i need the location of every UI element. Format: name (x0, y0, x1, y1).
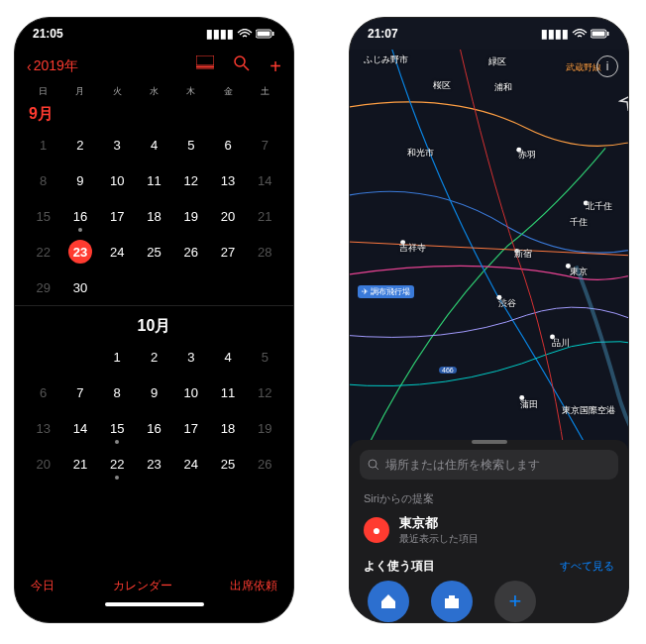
calendar-day[interactable]: 17 (99, 198, 136, 234)
calendar-day[interactable]: 6 (25, 375, 61, 410)
search-input[interactable]: 場所または住所を検索します (360, 450, 618, 480)
calendar-day[interactable]: 5 (247, 339, 283, 375)
today-button[interactable]: 今日 (31, 578, 54, 594)
calendar-day[interactable]: 28 (247, 234, 283, 269)
calendar-day[interactable]: 16 (61, 198, 98, 234)
calendar-day[interactable]: 18 (209, 410, 246, 446)
calendar-day[interactable]: 29 (25, 269, 61, 305)
calendar-day[interactable]: 17 (172, 410, 209, 446)
calendar-day[interactable]: 8 (99, 375, 136, 410)
calendar-day[interactable]: 24 (172, 446, 209, 482)
calendars-button[interactable]: カレンダー (113, 578, 172, 594)
calendar-day[interactable]: 25 (136, 234, 172, 269)
calendar-day[interactable]: 12 (247, 375, 283, 410)
favorite-home[interactable]: 自宅 (368, 581, 409, 623)
add-event-icon[interactable]: + (269, 55, 281, 78)
calendar-day[interactable]: 3 (172, 339, 209, 375)
inbox-button[interactable]: 出席依頼 (230, 578, 277, 594)
bottom-drawer[interactable]: 場所または住所を検索します Siriからの提案 ● 東京都 最近表示した項目 よ… (350, 440, 628, 623)
search-icon[interactable] (234, 55, 250, 78)
map-place-label[interactable]: 東京 (570, 266, 588, 278)
weekday: 火 (99, 85, 136, 98)
calendar-phone: 21:05 ▮▮▮▮ ‹ 2019年 + 日月火水木金土 9月 12345678… (14, 17, 294, 623)
calendar-day[interactable]: 9 (61, 162, 98, 198)
back-button[interactable]: ‹ 2019年 (27, 57, 78, 75)
calendar-day[interactable]: 26 (247, 446, 283, 482)
weekday: 月 (61, 85, 98, 98)
calendar-day[interactable]: 10 (99, 162, 136, 198)
map-place-label[interactable]: 品川 (552, 337, 570, 350)
calendar-day[interactable]: 7 (247, 127, 283, 162)
calendar-day[interactable]: 5 (172, 127, 209, 162)
calendar-day[interactable]: 4 (136, 127, 172, 162)
home-icon (368, 581, 409, 622)
calendar-day[interactable]: 26 (172, 234, 209, 269)
favorite-add[interactable]: +追加 (494, 581, 536, 623)
calendar-day[interactable]: 12 (172, 162, 209, 198)
calendar-day[interactable]: 14 (247, 162, 283, 198)
calendar-day[interactable]: 23 (136, 446, 172, 482)
calendar-day[interactable]: 18 (136, 198, 172, 234)
map-place-label[interactable]: 浦和 (494, 81, 512, 94)
calendar-day[interactable]: 13 (209, 162, 246, 198)
maps-phone: 21:07 ▮▮▮▮ ふじみ野市緑区武蔵野線桜区浦和和光市赤羽北千住千住吉祥寺新… (349, 17, 629, 623)
home-indicator[interactable] (105, 602, 204, 606)
calendar-day[interactable]: 16 (136, 410, 172, 446)
calendar-day[interactable]: 6 (209, 127, 246, 162)
suggestion-row[interactable]: ● 東京都 最近表示した項目 (350, 510, 628, 550)
calendar-day[interactable]: 11 (136, 162, 172, 198)
drawer-handle[interactable] (472, 440, 507, 444)
map-place-label[interactable]: ふじみ野市 (364, 54, 408, 66)
map-place-label[interactable]: 緑区 (488, 55, 506, 68)
see-all-button[interactable]: すべて見る (560, 559, 614, 574)
battery-icon (591, 29, 610, 39)
info-button[interactable]: i (596, 55, 618, 77)
weekday: 水 (136, 85, 172, 98)
calendar-day[interactable]: 3 (99, 127, 136, 162)
map-canvas[interactable]: ふじみ野市緑区武蔵野線桜区浦和和光市赤羽北千住千住吉祥寺新宿東京渋谷品川蒲田東京… (350, 50, 628, 446)
calendar-day[interactable]: 20 (25, 446, 61, 482)
map-place-label[interactable]: 北千住 (586, 200, 612, 213)
calendar-day[interactable]: 8 (25, 162, 61, 198)
calendar-day[interactable]: 27 (209, 234, 246, 269)
calendar-day[interactable]: 21 (61, 446, 98, 482)
map-place-label[interactable]: 赤羽 (518, 149, 536, 161)
calendar-scroll[interactable]: 9月 1234567891011121314151617181920212223… (15, 98, 293, 574)
calendar-day[interactable]: 19 (247, 410, 283, 446)
map-place-label[interactable]: 千住 (570, 216, 588, 229)
map-place-label[interactable]: 東京国際空港 (562, 404, 615, 417)
favorite-work[interactable]: 勤務先 (431, 581, 473, 623)
calendar-day[interactable]: 10 (172, 375, 209, 410)
map-place-label[interactable]: 蒲田 (520, 398, 538, 411)
calendar-day[interactable]: 22 (99, 446, 136, 482)
map-place-label[interactable]: 桜区 (433, 79, 451, 92)
calendar-day[interactable]: 1 (25, 127, 61, 162)
calendar-day[interactable]: 13 (25, 410, 61, 446)
calendar-day[interactable]: 1 (99, 339, 136, 375)
calendar-day[interactable]: 7 (61, 375, 98, 410)
svg-line-7 (244, 65, 249, 70)
calendar-day[interactable]: 30 (61, 269, 98, 305)
map-place-label[interactable]: 新宿 (514, 248, 532, 261)
calendar-day[interactable]: 23 (61, 234, 98, 269)
calendar-day[interactable]: 11 (209, 375, 246, 410)
map-place-label[interactable]: 吉祥寺 (399, 242, 426, 255)
calendar-day[interactable]: 21 (247, 198, 283, 234)
calendar-day[interactable]: 4 (209, 339, 246, 375)
calendar-day[interactable]: 20 (209, 198, 246, 234)
calendar-day[interactable]: 22 (25, 234, 61, 269)
calendar-day[interactable]: 9 (136, 375, 172, 410)
list-view-icon[interactable] (196, 55, 214, 78)
calendar-day[interactable]: 24 (99, 234, 136, 269)
map-place-label[interactable]: 和光市 (407, 147, 434, 160)
map-place-label[interactable]: 渋谷 (498, 297, 516, 310)
calendar-day[interactable]: 15 (99, 410, 136, 446)
calendar-day[interactable]: 2 (61, 127, 98, 162)
calendar-footer: 今日 カレンダー 出席依頼 (15, 574, 293, 598)
airport-badge[interactable]: ✈ 調布飛行場 (358, 285, 414, 298)
calendar-day[interactable]: 15 (25, 198, 61, 234)
calendar-day[interactable]: 2 (136, 339, 172, 375)
calendar-day[interactable]: 25 (209, 446, 246, 482)
calendar-day[interactable]: 14 (61, 410, 98, 446)
calendar-day[interactable]: 19 (172, 198, 209, 234)
